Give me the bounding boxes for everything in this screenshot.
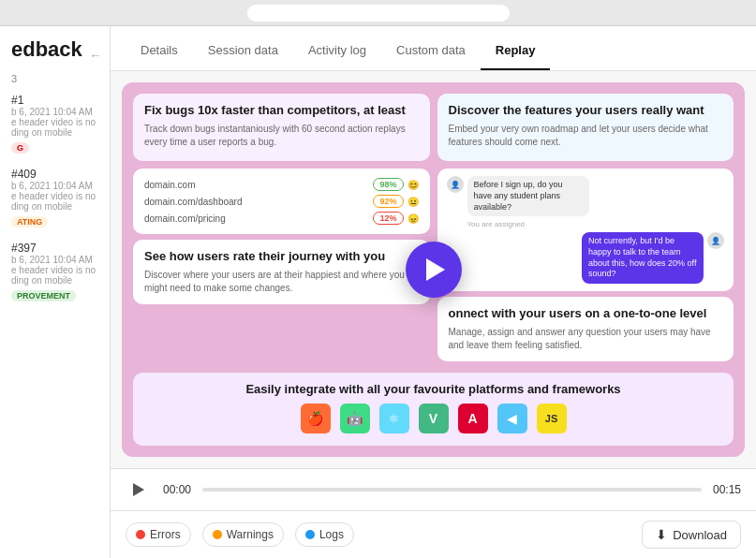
errors-dot (136, 530, 145, 539)
badge-2: ATING (11, 216, 48, 228)
chat-avatar-user: 👤 (447, 176, 464, 193)
chat-assigned-label: You are assigned (447, 220, 725, 228)
browser-address-bar[interactable] (247, 5, 510, 22)
tab-activity-log[interactable]: Activity log (293, 32, 381, 70)
integration-icons: 🍎 🤖 ⚛ V A ◀ JS (142, 404, 724, 433)
sidebar-section-label: 3 (7, 73, 102, 84)
domain-url-2: domain.com/dashboard (144, 197, 243, 207)
warnings-dot (213, 530, 222, 539)
domain-emoji-3: 😠 (408, 213, 419, 224)
domain-url-3: domain.com/pricing (144, 213, 226, 224)
domain-score-1: 98% (373, 178, 403, 191)
tab-replay[interactable]: Replay (481, 32, 551, 70)
tab-details[interactable]: Details (126, 32, 193, 70)
download-label: Download (673, 528, 727, 542)
play-icon (426, 258, 445, 281)
tab-bar: Details Session data Activity log Custom… (111, 26, 756, 71)
badge-3: PROVEMENT (11, 290, 76, 301)
sidebar-title: edback (7, 37, 82, 62)
card-fix-bugs-title: Fix bugs 10x faster than competitors, at… (144, 103, 419, 119)
domain-row-1: domain.com 98% 😊 (144, 178, 419, 191)
domain-row-3: domain.com/pricing 12% 😠 (144, 212, 419, 225)
errors-label: Errors (150, 528, 181, 541)
card-fix-bugs-desc: Track down bugs instantaniously with 60 … (144, 123, 419, 149)
video-area: Fix bugs 10x faster than competitors, at… (111, 71, 756, 468)
card-user-journey-desc: Discover where your users are at their h… (144, 269, 419, 295)
card-fix-bugs: Fix bugs 10x faster than competitors, at… (133, 94, 430, 161)
current-time: 00:00 (163, 483, 191, 496)
tab-session-data[interactable]: Session data (193, 32, 293, 70)
middle-right: 👤 Before I sign up, do you have any stud… (437, 169, 734, 364)
domain-score-3: 12% (373, 212, 403, 225)
play-pause-button[interactable] (126, 477, 152, 503)
sidebar-item-2[interactable]: #409 b 6, 2021 10:04 AM e header video i… (7, 162, 102, 234)
tab-custom-data[interactable]: Custom data (381, 32, 481, 70)
chat-question-bubble: Before I sign up, do you have any studen… (467, 176, 589, 216)
integration-section: Easily integrate with all your favourite… (133, 373, 734, 446)
card-user-journey-title: See how users rate their journey with yo… (144, 249, 419, 265)
integration-title: Easily integrate with all your favourite… (142, 382, 724, 396)
card-connect-desc: Manage, assign and answer any question y… (449, 326, 723, 352)
download-icon: ⬇ (656, 527, 667, 542)
logs-filter-button[interactable]: Logs (295, 522, 354, 547)
flutter-icon: ◀ (497, 404, 527, 433)
card-discover-title: Discover the features your users really … (449, 103, 723, 119)
card-discover-desc: Embed your very own roadmap and let your… (449, 123, 723, 149)
card-user-journey: See how users rate their journey with yo… (133, 240, 430, 304)
play-button[interactable] (406, 242, 462, 298)
domain-score-2: 92% (373, 195, 403, 208)
card-connect-title: onnect with your users on a one-to-one l… (449, 306, 723, 322)
collapse-button[interactable]: ← (89, 48, 102, 63)
swift-icon: 🍎 (301, 404, 331, 433)
play-pause-icon (133, 483, 144, 496)
domain-emoji-2: 😐 (408, 197, 419, 207)
middle-left: domain.com 98% 😊 domain.com/dashboard 92… (133, 169, 430, 364)
angular-icon: A (458, 404, 488, 433)
sidebar-item-1[interactable]: #1 b 6, 2021 10:04 AM e header video is … (7, 88, 102, 160)
android-icon: 🤖 (340, 404, 370, 433)
chat-question-row: 👤 Before I sign up, do you have any stud… (447, 176, 725, 216)
chat-avatar-agent: 👤 (707, 232, 724, 249)
errors-filter-button[interactable]: Errors (126, 522, 191, 547)
bottom-toolbar: Errors Warnings Logs ⬇ Download (111, 510, 756, 558)
warnings-filter-button[interactable]: Warnings (202, 522, 284, 547)
chat-reply-bubble: Not currently, but I'd be happy to talk … (582, 232, 704, 284)
warnings-label: Warnings (227, 528, 274, 541)
chat-reply-row: Not currently, but I'd be happy to talk … (447, 232, 725, 284)
vue-icon: V (419, 404, 449, 433)
chat-card: 👤 Before I sign up, do you have any stud… (437, 169, 734, 291)
card-discover-features: Discover the features your users really … (437, 94, 734, 161)
domain-row-2: domain.com/dashboard 92% 😐 (144, 195, 419, 208)
card-connect-users: onnect with your users on a one-to-one l… (437, 297, 734, 361)
react-icon: ⚛ (379, 404, 409, 433)
badge-1: G (11, 142, 29, 154)
domain-scores-card: domain.com 98% 😊 domain.com/dashboard 92… (133, 169, 430, 234)
chat-bubbles: 👤 Before I sign up, do you have any stud… (447, 176, 725, 284)
progress-bar[interactable] (202, 488, 702, 492)
sidebar-item-3[interactable]: #397 b 6, 2021 10:04 AM e header video i… (7, 236, 102, 308)
domain-url-1: domain.com (144, 180, 195, 190)
sidebar: edback ← 3 #1 b 6, 2021 10:04 AM e heade… (0, 26, 111, 558)
video-container[interactable]: Fix bugs 10x faster than competitors, at… (122, 82, 745, 457)
logs-label: Logs (319, 528, 344, 541)
progress-section: 00:00 00:15 (111, 468, 756, 510)
total-time: 00:15 (713, 483, 741, 496)
download-button[interactable]: ⬇ Download (642, 521, 741, 549)
domain-emoji-1: 😊 (408, 180, 419, 190)
logs-dot (305, 530, 315, 539)
main-content: Details Session data Activity log Custom… (111, 26, 756, 558)
js-icon: JS (537, 404, 567, 433)
